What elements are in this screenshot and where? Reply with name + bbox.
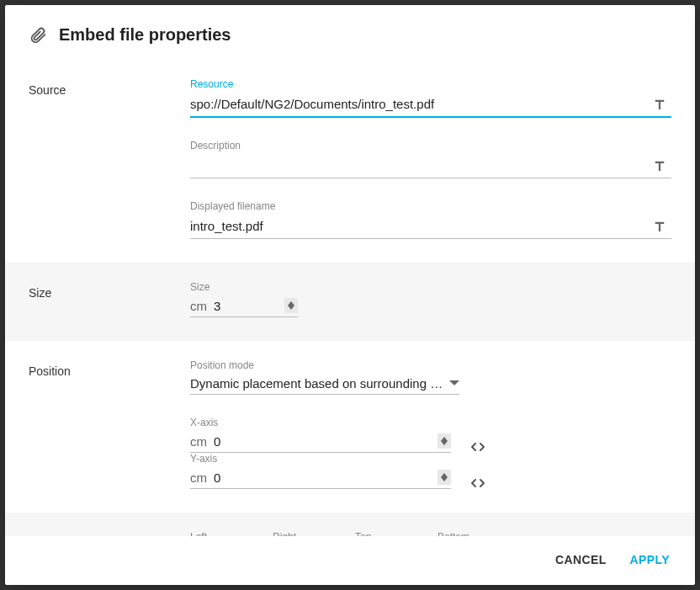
text-formula-icon[interactable]	[648, 219, 671, 234]
size-field-label: Size	[190, 281, 671, 293]
description-label: Description	[190, 140, 671, 151]
yaxis-unit: cm	[190, 470, 207, 485]
yaxis-input[interactable]	[214, 470, 431, 485]
attachment-icon	[29, 26, 47, 45]
dialog-header: Embed file properties	[5, 5, 695, 60]
yaxis-expand-icon[interactable]	[469, 477, 486, 489]
displayed-filename-input[interactable]	[190, 217, 648, 235]
size-unit: cm	[190, 299, 207, 313]
displayed-filename-label: Displayed filename	[190, 200, 671, 212]
position-section: Position Position mode Dynamic placement…	[5, 341, 695, 513]
embed-file-properties-dialog: Embed file properties Source Resource De…	[5, 5, 695, 585]
source-section-label: Source	[29, 78, 190, 239]
yaxis-label: Y-axis	[190, 453, 671, 465]
xaxis-expand-icon[interactable]	[469, 441, 486, 453]
text-formula-icon[interactable]	[648, 97, 671, 112]
chevron-down-icon	[449, 380, 459, 387]
size-section-label: Size	[29, 281, 190, 317]
margins-section: Margins Left cm	[5, 513, 695, 536]
text-formula-icon[interactable]	[648, 158, 671, 173]
apply-button[interactable]: Apply	[630, 553, 670, 566]
dialog-content: Source Resource Description	[5, 60, 695, 536]
xaxis-label: X-axis	[190, 417, 671, 428]
resource-input[interactable]	[190, 95, 648, 113]
size-input[interactable]	[214, 299, 278, 313]
size-section: Size Size cm	[5, 263, 695, 341]
position-mode-select[interactable]: Dynamic placement based on surrounding c…	[190, 376, 459, 395]
size-stepper[interactable]	[284, 298, 298, 313]
cancel-button[interactable]: Cancel	[555, 553, 607, 566]
xaxis-input[interactable]	[214, 434, 431, 449]
xaxis-unit: cm	[190, 434, 207, 449]
yaxis-stepper[interactable]	[438, 470, 451, 485]
source-section: Source Resource Description	[5, 60, 695, 263]
position-mode-value: Dynamic placement based on surrounding c…	[190, 376, 444, 391]
xaxis-stepper[interactable]	[438, 433, 451, 449]
dialog-footer: Cancel Apply	[5, 536, 695, 585]
position-section-label: Position	[29, 359, 190, 489]
position-mode-label: Position mode	[190, 359, 671, 371]
resource-label: Resource	[190, 78, 671, 90]
description-input[interactable]	[190, 157, 648, 174]
dialog-title: Embed file properties	[59, 25, 231, 45]
